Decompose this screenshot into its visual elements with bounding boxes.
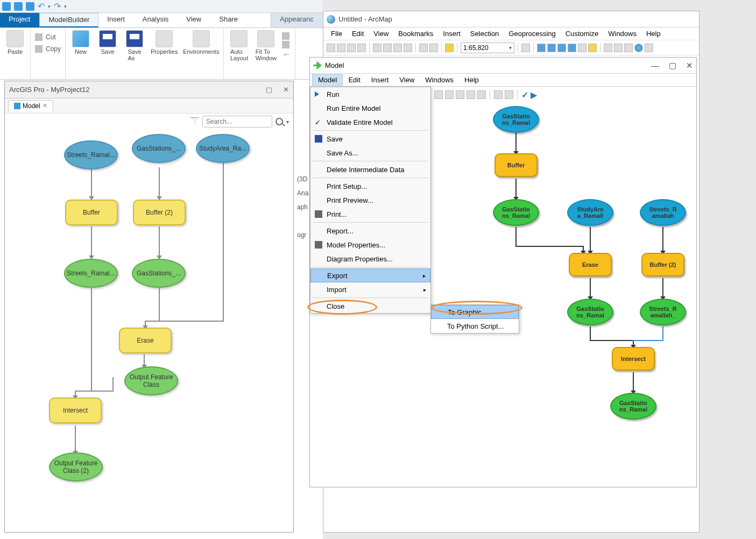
save-doc-icon[interactable]	[347, 44, 356, 52]
validate-icon[interactable]: ✓	[521, 90, 528, 100]
node-output-streets[interactable]: Streets_Ramal...	[64, 259, 118, 288]
node-input-streets[interactable]: Streets_Ramal...	[64, 140, 118, 169]
undo-icon[interactable]: ↶	[38, 1, 45, 11]
menu-edit[interactable]: Edit	[348, 29, 368, 39]
scale-combo[interactable]: 1:65,820	[461, 42, 514, 53]
am-node-streets[interactable]: Streets_R amallah	[640, 199, 686, 226]
fixed-extent-icon[interactable]	[645, 44, 653, 52]
undo-icon[interactable]	[419, 44, 428, 52]
am-node-intersect[interactable]: Intersect	[612, 347, 655, 371]
menu-save[interactable]: Save	[310, 132, 430, 146]
node-intersect[interactable]: Intersect	[49, 398, 102, 423]
menu-saveas[interactable]: Save As...	[310, 146, 430, 160]
menu-bookmarks[interactable]: Bookmarks	[394, 29, 437, 39]
print-icon[interactable]	[357, 44, 366, 52]
tab-appearance[interactable]: Appearanc	[271, 13, 323, 27]
menu-print-setup[interactable]: Print Setup...	[310, 179, 430, 193]
zoom-in-icon[interactable]	[282, 32, 289, 40]
menu-delete-intermediate[interactable]: Delete Intermediate Data	[310, 162, 430, 176]
georef-icon[interactable]	[537, 44, 546, 52]
full-extent-icon[interactable]	[634, 44, 643, 52]
search-tb-icon[interactable]	[557, 44, 566, 52]
open-icon[interactable]	[2, 2, 11, 11]
menu-customize[interactable]: Customize	[561, 29, 603, 39]
paste-button[interactable]: Paste	[4, 30, 26, 55]
fit-icon[interactable]	[456, 90, 464, 99]
copy-button[interactable]: Copy	[35, 43, 61, 55]
menu-geoprocessing[interactable]: Geoprocessing	[504, 29, 560, 39]
menu-selection[interactable]: Selection	[466, 29, 503, 39]
tab-modelbuilder[interactable]: ModelBuilder	[39, 13, 98, 27]
am-node-erase[interactable]: Erase	[569, 253, 612, 276]
save-button[interactable]: Save	[97, 30, 118, 61]
close-icon[interactable]: ✕	[283, 86, 289, 94]
menu-windows[interactable]: Windows	[604, 29, 641, 39]
new-button[interactable]: New	[70, 30, 91, 61]
menu-file[interactable]: File	[327, 29, 347, 39]
close-icon[interactable]: ✕	[686, 61, 693, 70]
menu-import[interactable]: Import▸	[310, 282, 430, 296]
editor-tb-icon[interactable]	[521, 44, 530, 52]
menu-diagram-properties[interactable]: Diagram Properties...	[310, 252, 430, 266]
pan-icon[interactable]	[477, 90, 486, 99]
node-input-gas[interactable]: GasStations_...	[132, 134, 186, 163]
delete-icon[interactable]	[404, 44, 412, 52]
am-node-gas3[interactable]: GasStatio ns_Ramal	[567, 299, 613, 325]
menu-edit[interactable]: Edit	[343, 75, 365, 85]
properties-button[interactable]: Properties	[151, 30, 178, 61]
zoom-icon[interactable]	[467, 90, 475, 99]
menu-help[interactable]: Help	[642, 29, 665, 39]
am-node-buffer[interactable]: Buffer	[494, 153, 538, 177]
fit-window-button[interactable]: Fit To Window	[255, 30, 277, 61]
auto-layout-button[interactable]: Auto Layout	[228, 30, 250, 61]
zoom-out-icon[interactable]	[282, 41, 289, 48]
mb-icon[interactable]	[588, 44, 597, 52]
back-arrow-icon[interactable]: ←	[282, 49, 291, 59]
toolbox-icon[interactable]	[568, 44, 576, 52]
minimize-icon[interactable]: —	[651, 61, 659, 70]
menu-insert[interactable]: Insert	[439, 29, 465, 39]
python-icon[interactable]	[578, 44, 587, 52]
model-tab[interactable]: Model ✕	[8, 100, 53, 112]
menu-run-entire[interactable]: Run Entire Model	[310, 101, 430, 115]
maximize-icon[interactable]: ▢	[669, 61, 676, 70]
node-output-feature[interactable]: Output Feature Class	[124, 366, 178, 395]
menu-model-properties[interactable]: Model Properties...	[310, 238, 430, 252]
search-icon[interactable]	[275, 118, 283, 125]
add-data-icon[interactable]	[445, 44, 454, 52]
pan-icon[interactable]	[624, 44, 633, 52]
catalog-icon[interactable]	[547, 44, 556, 52]
copy-icon[interactable]	[383, 44, 392, 52]
model-canvas-pro[interactable]: Streets_Ramal... GasStations_... StudyAr…	[5, 130, 293, 528]
menu-view[interactable]: View	[394, 75, 420, 85]
menu-print[interactable]: Print...	[310, 207, 430, 221]
am-node-buffer2[interactable]: Buffer (2)	[641, 253, 684, 276]
redo-icon[interactable]	[429, 44, 438, 52]
node-buffer-1[interactable]: Buffer	[65, 200, 118, 225]
node-buffer-2[interactable]: Buffer (2)	[133, 200, 186, 225]
zoom-out-icon[interactable]	[614, 44, 623, 52]
redo-icon[interactable]: ↷	[54, 1, 61, 11]
open-doc-icon[interactable]	[337, 44, 345, 52]
select-icon[interactable]	[494, 90, 503, 99]
paste-icon[interactable]	[393, 44, 402, 52]
am-node-streets2[interactable]: Streets_R amallah_	[640, 299, 686, 325]
am-node-output[interactable]: GasStatio ns_Ramal	[610, 393, 656, 420]
cut-button[interactable]: Cut	[35, 31, 61, 43]
save-icon[interactable]	[14, 2, 23, 11]
menu-validate[interactable]: ✓Validate Entire Model	[310, 115, 430, 129]
tab-insert[interactable]: Insert	[98, 13, 134, 27]
am-node-study[interactable]: StudyAre a_Ramall	[567, 199, 613, 226]
menu-view[interactable]: View	[369, 29, 393, 39]
cut-icon[interactable]	[373, 44, 381, 52]
am-node-gas2[interactable]: GasStatio ns_Ramal	[493, 199, 539, 226]
saveas-button[interactable]: Save As	[124, 30, 145, 61]
menu-insert[interactable]: Insert	[366, 75, 394, 85]
node-output-feature-2[interactable]: Output Feature Class (2)	[49, 452, 103, 481]
filter-icon[interactable]	[190, 117, 199, 126]
menu-help[interactable]: Help	[459, 75, 484, 85]
menu-windows[interactable]: Windows	[420, 75, 459, 85]
menu-export[interactable]: Export▸	[310, 268, 430, 282]
menu-report[interactable]: Report...	[310, 224, 430, 238]
menu-run[interactable]: Run	[310, 87, 430, 101]
